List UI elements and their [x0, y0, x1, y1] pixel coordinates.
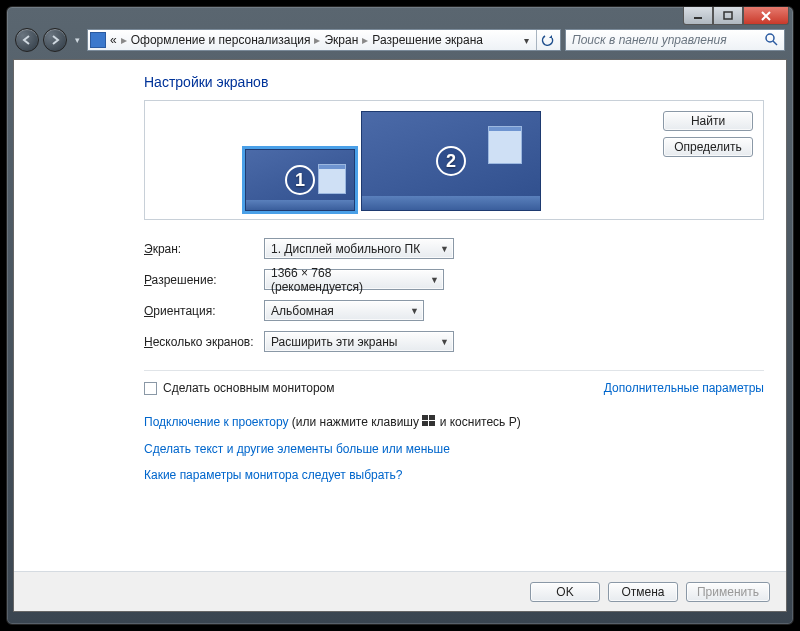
search-icon[interactable]	[764, 32, 778, 49]
breadcrumb-sep-icon: ▸	[117, 33, 131, 47]
ok-button[interactable]: OK	[530, 582, 600, 602]
apply-button[interactable]: Применить	[686, 582, 770, 602]
maximize-button[interactable]	[713, 7, 743, 25]
breadcrumb-seg1[interactable]: Оформление и персонализация	[131, 33, 311, 47]
breadcrumb-sep-icon: ▸	[310, 33, 324, 47]
breadcrumb-seg3[interactable]: Разрешение экрана	[372, 33, 483, 47]
search-input[interactable]: Поиск в панели управления	[565, 29, 785, 51]
window-frame: ▾ « ▸ Оформление и персонализация ▸ Экра…	[6, 6, 794, 625]
nav-history-dropdown[interactable]: ▾	[71, 35, 83, 45]
chevron-down-icon: ▼	[432, 337, 449, 347]
svg-line-3	[773, 41, 777, 45]
close-button[interactable]	[743, 7, 789, 25]
display-arrangement-panel[interactable]: 1 2 Найти Определить	[144, 100, 764, 220]
svg-rect-4	[422, 415, 428, 420]
svg-rect-7	[429, 421, 435, 426]
orientation-value: Альбомная	[271, 304, 334, 318]
chevron-down-icon: ▼	[432, 244, 449, 254]
primary-monitor-checkbox[interactable]	[144, 382, 157, 395]
orientation-label: Ориентация:	[144, 304, 264, 318]
page-title: Настройки экранов	[144, 74, 764, 90]
titlebar	[13, 7, 789, 25]
back-button[interactable]	[15, 28, 39, 52]
taskbar-icon	[246, 200, 354, 210]
primary-monitor-row: Сделать основным монитором Дополнительны…	[144, 370, 764, 395]
breadcrumb-sep-icon: ▸	[358, 33, 372, 47]
cancel-button[interactable]: Отмена	[608, 582, 678, 602]
multiple-displays-combo[interactable]: Расширить эти экраны ▼	[264, 331, 454, 352]
monitor-number-2: 2	[436, 146, 466, 176]
multiple-displays-label: Несколько экранов:	[144, 335, 264, 349]
display-combo[interactable]: 1. Дисплей мобильного ПК ▼	[264, 238, 454, 259]
projector-line: Подключение к проектору (или нажмите кла…	[144, 409, 764, 436]
button-bar: OK Отмена Применить	[14, 571, 786, 611]
find-button[interactable]: Найти	[663, 111, 753, 131]
chevron-down-icon: ▼	[402, 306, 419, 316]
help-links: Подключение к проектору (или нажмите кла…	[144, 409, 764, 489]
text-size-link[interactable]: Сделать текст и другие элементы больше и…	[144, 442, 450, 456]
orientation-combo[interactable]: Альбомная ▼	[264, 300, 424, 321]
address-dropdown-icon[interactable]: ▾	[518, 35, 534, 46]
multiple-displays-row: Несколько экранов: Расширить эти экраны …	[144, 331, 764, 352]
monitor-2[interactable]: 2	[361, 111, 541, 211]
breadcrumb-root[interactable]: «	[110, 33, 117, 47]
svg-rect-6	[422, 421, 428, 426]
address-bar[interactable]: « ▸ Оформление и персонализация ▸ Экран …	[87, 29, 561, 51]
resolution-combo[interactable]: 1366 × 768 (рекомендуется) ▼	[264, 269, 444, 290]
svg-rect-5	[429, 415, 435, 420]
multiple-displays-value: Расширить эти экраны	[271, 335, 397, 349]
resolution-row: Разрешение: 1366 × 768 (рекомендуется) ▼	[144, 269, 764, 290]
breadcrumb-seg2[interactable]: Экран	[324, 33, 358, 47]
refresh-button[interactable]	[536, 30, 558, 50]
resolution-value: 1366 × 768 (рекомендуется)	[271, 266, 422, 294]
minimize-button[interactable]	[683, 7, 713, 25]
projector-plain: (или нажмите клавишу	[289, 415, 423, 429]
control-panel-icon	[90, 32, 106, 48]
window-preview-icon	[318, 164, 346, 194]
primary-monitor-label: Сделать основным монитором	[163, 381, 335, 395]
svg-rect-1	[724, 12, 732, 19]
resolution-label: Разрешение:	[144, 273, 264, 287]
advanced-settings-link[interactable]: Дополнительные параметры	[604, 381, 764, 395]
windows-key-icon	[422, 410, 436, 436]
display-value: 1. Дисплей мобильного ПК	[271, 242, 420, 256]
monitor-number-1: 1	[285, 165, 315, 195]
monitor-1[interactable]: 1	[245, 149, 355, 211]
forward-button[interactable]	[43, 28, 67, 52]
search-placeholder: Поиск в панели управления	[572, 33, 727, 47]
svg-rect-0	[694, 17, 702, 19]
projector-tail: и коснитесь P)	[436, 415, 520, 429]
monitors-group: 1 2	[245, 111, 541, 211]
window-preview-icon	[488, 126, 522, 164]
which-settings-link[interactable]: Какие параметры монитора следует выбрать…	[144, 468, 403, 482]
svg-point-2	[766, 34, 774, 42]
projector-link[interactable]: Подключение к проектору	[144, 415, 289, 429]
navigation-bar: ▾ « ▸ Оформление и персонализация ▸ Экра…	[13, 25, 787, 55]
detect-button[interactable]: Определить	[663, 137, 753, 157]
display-label: Экран:	[144, 242, 264, 256]
chevron-down-icon: ▼	[422, 275, 439, 285]
taskbar-icon	[362, 196, 540, 210]
orientation-row: Ориентация: Альбомная ▼	[144, 300, 764, 321]
display-row: Экран: 1. Дисплей мобильного ПК ▼	[144, 238, 764, 259]
content-area: Настройки экранов 1 2 Найти Определить	[13, 59, 787, 612]
panel-buttons: Найти Определить	[663, 111, 753, 157]
